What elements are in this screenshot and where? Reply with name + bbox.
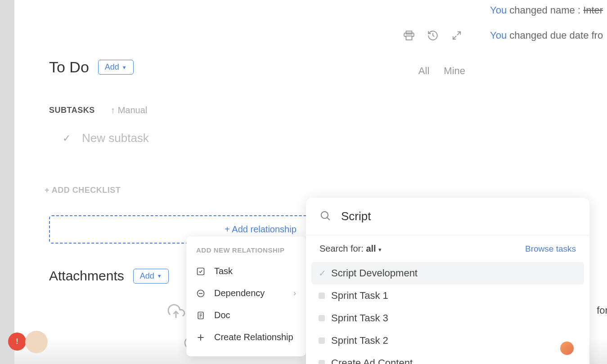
- assignee-avatar[interactable]: [559, 341, 575, 356]
- svg-rect-2: [198, 268, 204, 275]
- tab-mine[interactable]: Mine: [444, 65, 465, 77]
- chevron-down-icon: ▾: [378, 246, 382, 253]
- section-title-row: To Do Add ▼: [49, 58, 607, 76]
- check-icon: ✓: [63, 133, 71, 144]
- svg-point-11: [321, 211, 328, 218]
- search-panel: Search for: all ▾ Browse tasks ✓ Script …: [306, 198, 589, 364]
- search-options: Search for: all ▾ Browse tasks: [306, 235, 589, 262]
- svg-line-12: [327, 217, 330, 220]
- subtask-placeholder: New subtask: [82, 131, 149, 145]
- rel-menu-task[interactable]: Task: [186, 260, 306, 282]
- relationship-menu-title: ADD NEW RELATIONSHIP: [186, 246, 306, 260]
- subtasks-header: SUBTASKS ↑ Manual: [49, 105, 607, 115]
- search-icon: [319, 210, 331, 223]
- rel-menu-create[interactable]: Create Relationship: [186, 326, 306, 348]
- check-icon: ✓: [319, 268, 325, 279]
- rel-menu-dependency[interactable]: Dependency ›: [186, 282, 306, 304]
- new-subtask-row[interactable]: ✓ New subtask: [49, 131, 607, 145]
- attachments-title: Attachments: [49, 268, 124, 284]
- search-result[interactable]: ✓ Script Development: [311, 262, 584, 284]
- add-button[interactable]: Add ▼: [98, 60, 134, 75]
- relationship-menu: ADD NEW RELATIONSHIP Task Dependency › D…: [186, 236, 306, 356]
- plus-icon: [196, 333, 205, 342]
- svg-rect-0: [406, 31, 412, 34]
- search-input[interactable]: [341, 209, 576, 223]
- doc-icon: [196, 311, 205, 320]
- search-result[interactable]: Sprint Task 2: [311, 329, 584, 352]
- sort-control[interactable]: ↑ Manual: [111, 105, 148, 115]
- browse-tasks-link[interactable]: Browse tasks: [525, 244, 576, 254]
- dimmed-sidebar: [0, 0, 14, 364]
- print-icon[interactable]: [403, 29, 415, 42]
- status-marker: [319, 337, 325, 344]
- arrow-up-icon: ↑: [111, 105, 115, 115]
- activity-feed: You changed name : Inter You changed due…: [490, 0, 607, 59]
- activity-tabs: All Mine: [418, 65, 465, 77]
- chevron-down-icon: ▼: [157, 273, 162, 279]
- search-results: ✓ Script Development Sprint Task 1 Sprin…: [306, 262, 589, 364]
- activity-user-link[interactable]: You: [490, 30, 507, 41]
- task-icon: [196, 267, 205, 276]
- partial-text: for c: [597, 305, 607, 316]
- search-header: [306, 198, 589, 235]
- status-marker: [319, 293, 325, 299]
- svg-rect-1: [406, 36, 412, 40]
- subtasks-label: SUBTASKS: [49, 106, 95, 115]
- search-result[interactable]: Sprint Task 3: [311, 307, 584, 329]
- search-result[interactable]: Sprint Task 1: [311, 284, 584, 307]
- add-attachment-button[interactable]: Add ▼: [133, 269, 169, 284]
- user-avatar[interactable]: [25, 331, 48, 353]
- status-marker: [319, 315, 325, 321]
- chevron-down-icon: ▼: [122, 65, 127, 70]
- activity-user-link[interactable]: You: [490, 4, 507, 16]
- search-for-filter[interactable]: Search for: all ▾: [319, 244, 382, 254]
- history-icon[interactable]: [427, 29, 439, 42]
- search-result[interactable]: Create Ad Content: [311, 352, 584, 364]
- rel-menu-doc[interactable]: Doc: [186, 304, 306, 326]
- add-checklist-button[interactable]: + ADD CHECKLIST: [45, 186, 607, 195]
- chevron-right-icon: ›: [293, 289, 296, 298]
- activity-entry: You changed due date fro: [490, 30, 607, 41]
- expand-icon[interactable]: [450, 29, 463, 42]
- status-marker: [319, 360, 325, 364]
- page-title: To Do: [49, 58, 89, 76]
- tab-all[interactable]: All: [418, 65, 429, 77]
- status-badge-avatar: !: [8, 333, 26, 351]
- top-actions: [403, 29, 463, 42]
- activity-entry: You changed name : Inter: [490, 4, 607, 16]
- dependency-icon: [196, 289, 205, 298]
- cloud-upload-icon: [166, 302, 186, 325]
